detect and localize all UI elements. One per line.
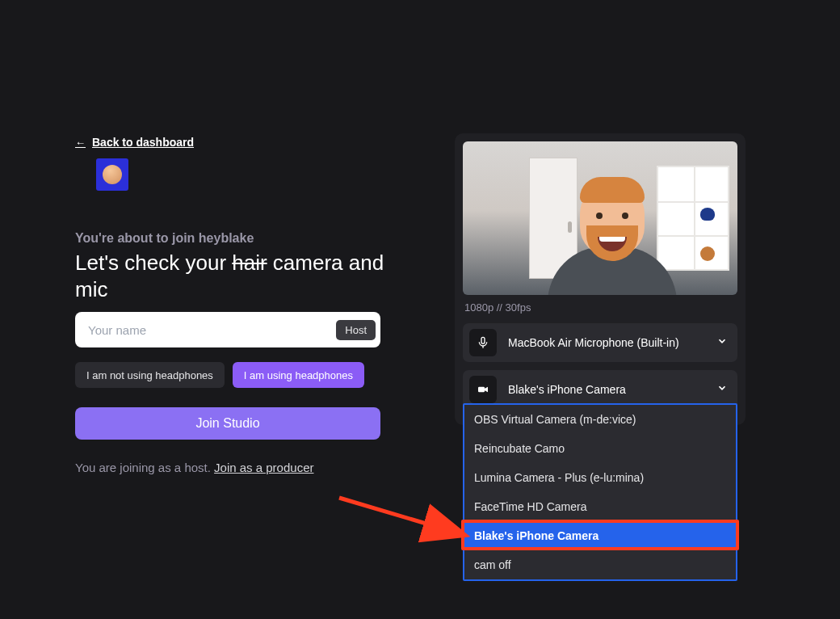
headphones-off-button[interactable]: I am not using headphones [75, 362, 225, 388]
svg-line-5 [339, 498, 459, 533]
camera-preview [463, 141, 737, 295]
preview-panel: 1080p // 30fps MacBook Air Microphone (B… [455, 133, 746, 425]
back-to-dashboard-label: Back to dashboard [92, 136, 194, 149]
back-to-dashboard-link[interactable]: ← Back to dashboard [75, 136, 194, 149]
role-line: You are joining as a host. Join as a pro… [75, 461, 313, 474]
headphones-on-button[interactable]: I am using headphones [233, 362, 364, 388]
host-badge: Host [336, 320, 376, 340]
camera-option[interactable]: Lumina Camera - Plus (e-lu:mina) [464, 463, 736, 492]
svg-marker-3 [485, 387, 488, 393]
camera-option-selected[interactable]: Blake's iPhone Camera [464, 521, 736, 550]
microphone-icon [469, 329, 497, 356]
role-line-prefix: You are joining as a host. [75, 461, 214, 474]
name-input[interactable] [88, 323, 336, 337]
page-title: Let's check your hair camera and mic [75, 250, 398, 302]
arrow-left-icon: ← [75, 137, 86, 149]
camera-option[interactable]: OBS Virtual Camera (m-de:vice) [464, 405, 736, 434]
camera-label: Blake's iPhone Camera [508, 383, 716, 396]
camera-option[interactable]: Reincubate Camo [464, 434, 736, 463]
camera-option[interactable]: FaceTime HD Camera [464, 492, 736, 521]
headline-strike: hair [232, 251, 267, 275]
chevron-down-icon [716, 382, 728, 397]
stream-meta: 1080p // 30fps [463, 295, 737, 323]
svg-rect-0 [481, 337, 485, 343]
microphone-select[interactable]: MacBook Air Microphone (Built-in) [463, 323, 737, 362]
svg-rect-2 [478, 387, 485, 393]
join-studio-button[interactable]: Join Studio [75, 407, 380, 440]
headline-pre: Let's check your [75, 251, 232, 275]
annotation-arrow-icon [331, 485, 477, 550]
chevron-down-icon [716, 335, 728, 350]
join-subtitle: You're about to join heyblake [75, 231, 254, 246]
camera-option[interactable]: cam off [464, 550, 736, 579]
camera-icon [469, 376, 497, 403]
avatar [96, 158, 128, 191]
name-field-wrapper: Host [75, 312, 380, 347]
join-as-producer-link[interactable]: Join as a producer [214, 461, 313, 474]
camera-options-dropdown: OBS Virtual Camera (m-de:vice) Reincubat… [463, 403, 737, 581]
microphone-label: MacBook Air Microphone (Built-in) [508, 336, 716, 349]
